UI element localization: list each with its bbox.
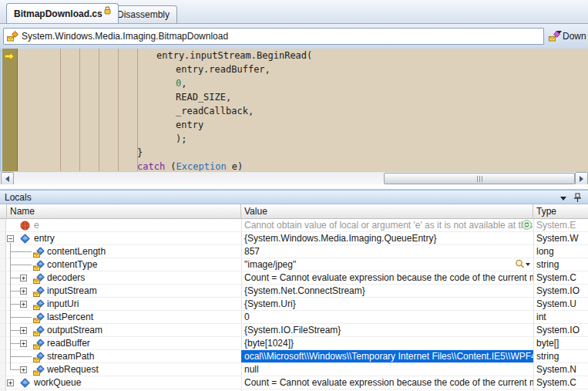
window-position-menu-icon[interactable] <box>560 197 566 201</box>
tree-line <box>10 291 20 292</box>
code-line: 0, <box>176 78 186 89</box>
locals-row-contentType[interactable]: contentType"image/jpeg"string <box>0 258 588 271</box>
value-cell[interactable]: {System.Uri} <box>241 298 533 310</box>
expand-icon[interactable]: + <box>20 340 27 347</box>
panel-title: Locals <box>5 192 32 203</box>
type-cell: System.IO <box>533 324 588 336</box>
locals-row-lastPercent[interactable]: lastPercent0int <box>0 311 588 324</box>
locals-row-outputStream[interactable]: +outputStream{System.IO.FileStream}Syste… <box>0 324 588 337</box>
variable-name: lastPercent <box>47 311 93 323</box>
type-cell: System.IO <box>533 285 588 297</box>
tree-line <box>10 243 11 369</box>
tab-bitmapdownload-cs[interactable]: BitmapDownload.cs <box>6 3 119 23</box>
expand-icon[interactable]: + <box>20 366 27 373</box>
locals-row-inputUri[interactable]: +inputUri{System.Uri}System.U <box>0 298 588 311</box>
locals-row-streamPath[interactable]: streamPathocal\\Microsoft\\Windows\\Temp… <box>0 350 588 363</box>
tree-line <box>10 330 20 331</box>
value-cell[interactable]: ocal\\Microsoft\\Windows\\Temporary Inte… <box>241 350 533 362</box>
error-variable-icon <box>20 221 30 231</box>
type-cell: System.C <box>533 376 588 389</box>
name-cell: +outputStream <box>7 324 241 336</box>
column-header-value[interactable]: Value <box>241 204 533 219</box>
locals-grid-header: Name Value Type <box>0 204 588 219</box>
expand-icon[interactable]: + <box>20 275 27 281</box>
header-margin <box>0 204 7 219</box>
variable-name: outputStream <box>47 324 102 336</box>
refresh-icon[interactable] <box>522 220 532 231</box>
locals-row-webRequest[interactable]: +webRequestnullSystem.N <box>0 363 588 376</box>
name-cell: −entry <box>7 232 241 244</box>
tree-line <box>10 304 20 305</box>
private-field-icon <box>33 299 45 310</box>
type-cell: System.C <box>533 271 588 284</box>
locals-row-contentLength[interactable]: contentLength857long <box>0 245 588 258</box>
value-cell[interactable]: {System.Net.ConnectStream} <box>241 285 533 297</box>
variable-name: workQueue <box>34 376 81 389</box>
value-cell[interactable]: {System.Windows.Media.Imaging.QueueEntry… <box>241 232 533 244</box>
private-field-icon <box>33 273 45 284</box>
value-cell[interactable]: null <box>241 363 533 376</box>
private-field-icon <box>33 286 45 297</box>
private-field-icon <box>33 260 45 271</box>
name-cell: contentType <box>7 258 241 271</box>
locals-row-workQueue[interactable]: +workQueueCount = Cannot evaluate expres… <box>0 376 588 389</box>
variable-name: contentLength <box>47 245 106 258</box>
name-cell: e <box>7 219 241 231</box>
expand-icon[interactable]: + <box>20 288 27 295</box>
code-line: ); <box>176 133 186 145</box>
breakpoint-gutter[interactable] <box>2 49 18 171</box>
private-field-icon <box>33 312 45 323</box>
tab-disassembly[interactable]: Disassembly <box>109 5 177 23</box>
locals-row-decoders[interactable]: +decodersCount = Cannot evaluate express… <box>0 271 588 285</box>
expand-icon[interactable]: + <box>20 301 27 308</box>
indent-guide <box>60 49 61 171</box>
locals-row-e[interactable]: eCannot obtain value of local or argumen… <box>0 219 588 232</box>
expand-icon[interactable]: + <box>7 379 14 386</box>
private-field-icon <box>33 247 45 258</box>
value-cell[interactable]: Cannot obtain value of local or argument… <box>241 219 533 231</box>
value-cell[interactable]: Count = Cannot evaluate expression becau… <box>241 271 533 284</box>
scroll-right-button[interactable] <box>575 172 588 185</box>
code-editor[interactable]: entry.inputStream.BeginRead(entry.readBu… <box>0 49 588 171</box>
type-cell: System.W <box>533 232 588 244</box>
value-cell[interactable]: Count = Cannot evaluate expression becau… <box>241 376 533 389</box>
locals-titlebar[interactable]: Locals <box>0 190 588 204</box>
lock-icon <box>104 6 111 15</box>
value-cell[interactable]: {System.IO.FileStream} <box>241 324 533 336</box>
type-cell: System.N <box>533 363 588 376</box>
scrollbar-thumb[interactable] <box>384 173 575 184</box>
scroll-left-button[interactable] <box>1 172 14 185</box>
value-cell[interactable]: "image/jpeg" <box>241 258 533 271</box>
current-statement-arrow-icon <box>4 52 15 61</box>
variable-name: inputUri <box>47 298 79 310</box>
editor-bottom-gap <box>0 184 588 190</box>
types-dropdown[interactable]: System.Windows.Media.Imaging.BitmapDownl… <box>3 28 544 45</box>
pin-icon[interactable] <box>573 193 582 203</box>
locals-row-inputStream[interactable]: +inputStream{System.Net.ConnectStream}Sy… <box>0 285 588 298</box>
value-cell[interactable]: 857 <box>241 245 533 258</box>
locals-row-readBuffer[interactable]: +readBuffer{byte[1024]}byte[] <box>0 337 588 350</box>
column-header-name[interactable]: Name <box>7 204 241 219</box>
horizontal-scrollbar[interactable] <box>0 171 588 184</box>
locals-row-entry[interactable]: −entry{System.Windows.Media.Imaging.Queu… <box>0 232 588 245</box>
code-line: catch (Exception e) <box>137 161 243 171</box>
members-dropdown[interactable]: Down <box>549 28 588 45</box>
text-visualizer-icon[interactable] <box>515 259 530 271</box>
column-header-type[interactable]: Type <box>533 204 588 219</box>
value-cell[interactable]: 0 <box>241 311 533 323</box>
variable-name: e <box>34 219 39 231</box>
right-arrow-icon <box>580 176 583 182</box>
tab-label: Disassembly <box>117 9 170 20</box>
tree-line <box>10 251 32 252</box>
name-cell: +readBuffer <box>7 337 241 349</box>
expand-icon[interactable]: + <box>20 327 27 334</box>
value-cell[interactable]: {byte[1024]} <box>241 337 533 349</box>
private-field-icon <box>33 325 45 336</box>
variable-name: inputStream <box>47 285 97 297</box>
navigation-bar: System.Windows.Media.Imaging.BitmapDownl… <box>0 23 588 49</box>
type-cell: System.U <box>533 298 588 310</box>
document-tabstrip: BitmapDownload.cs Disassembly <box>0 0 588 23</box>
tree-line <box>10 317 32 318</box>
indent-guide <box>99 49 99 171</box>
collapse-icon[interactable]: − <box>7 235 14 242</box>
